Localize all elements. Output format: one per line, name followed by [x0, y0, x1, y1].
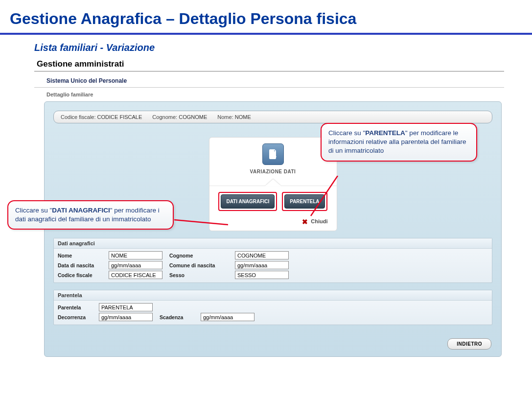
nascita-field[interactable] [109, 261, 162, 269]
parentela-field-label: Parentela [58, 305, 97, 310]
edit-document-icon [262, 143, 284, 165]
parentela-section: Parentela Parentela Decorrenza Scadenza [53, 290, 492, 325]
nome-field-label: Nome [58, 253, 107, 258]
parentela-button[interactable]: PARENTELA [284, 194, 324, 209]
title-divider [0, 33, 532, 35]
system-name: Sistema Unico del Personale [34, 75, 504, 88]
callout-anagrafici: Cliccare su "DATI ANAGRAFICI" per modifi… [7, 200, 174, 230]
highlight-box-anagrafici: DATI ANAGRAFICI [218, 192, 277, 211]
slide-title: Gestione Anagrafica – Dettaglio Persona … [0, 0, 532, 33]
dati-anagrafici-button[interactable]: DATI ANAGRAFICI [221, 194, 275, 209]
callout-right-pre: Cliccare su " [328, 129, 365, 137]
parentela-grid: Parentela Decorrenza Scadenza [54, 301, 492, 325]
callout-parentela: Cliccare su "PARENTELA" per modificare l… [321, 123, 477, 162]
indietro-button[interactable]: INDIETRO [447, 338, 491, 350]
dati-anagrafici-section: Dati anagrafici Nome Cognome Data di nas… [53, 238, 492, 283]
cognome-field-label: Cognome [169, 253, 233, 258]
app-heading: Gestione amministrati [34, 58, 504, 71]
cf-label: Codice fiscale: [61, 114, 96, 120]
variazione-modal: VARIAZIONE DATI DATI ANAGRAFICI PARENTEL… [209, 137, 337, 231]
close-icon[interactable]: ✖ [302, 218, 308, 226]
modal-title: VARIAZIONE DATI [215, 169, 331, 174]
cf-field-label: Codice fiscale [58, 272, 107, 278]
parentela-field[interactable] [99, 303, 153, 311]
comune-field[interactable] [235, 261, 289, 269]
parentela-header: Parentela [54, 290, 492, 301]
decorrenza-field-label: Decorrenza [58, 314, 97, 320]
nome-label: Nome: [217, 114, 233, 120]
sesso-field[interactable] [235, 271, 289, 279]
nome-field[interactable] [109, 251, 162, 259]
modal-close-row: ✖ Chiudi [215, 214, 331, 226]
pointer-up-icon [265, 179, 281, 186]
app-screenshot: Gestione amministrati Sistema Unico del … [34, 58, 504, 357]
breadcrumb: Dettaglio familiare [34, 88, 504, 101]
nascita-field-label: Data di nascita [58, 262, 107, 268]
cf-field[interactable] [109, 271, 162, 279]
sesso-field-label: Sesso [169, 272, 233, 278]
highlight-box-parentela: PARENTELA [282, 192, 327, 211]
dati-anagrafici-header: Dati anagrafici [54, 238, 492, 249]
decorrenza-field[interactable] [99, 313, 153, 321]
cf-value: CODICE FISCALE [97, 114, 142, 120]
scadenza-field[interactable] [201, 313, 254, 321]
identity-bar: Codice fiscale: CODICE FISCALE Cognome: … [53, 111, 492, 123]
cognome-value: COGNOME [179, 114, 207, 120]
dati-anagrafici-grid: Nome Cognome Data di nascita Comune di n… [54, 249, 492, 282]
callout-left-bold: DATI ANAGRAFICI [52, 207, 110, 214]
nome-value: NOME [235, 114, 251, 120]
modal-button-row: DATI ANAGRAFICI PARENTELA [209, 186, 337, 214]
slide-subtitle: Lista familiari - Variazione [0, 42, 532, 53]
cognome-field[interactable] [235, 251, 289, 259]
callout-right-bold: PARENTELA [365, 129, 405, 137]
cognome-label: Cognome: [152, 114, 177, 120]
scadenza-field-label: Scadenza [160, 314, 199, 320]
close-label[interactable]: Chiudi [311, 218, 327, 224]
comune-field-label: Comune di nascita [169, 262, 233, 268]
callout-left-pre: Cliccare su " [15, 207, 52, 214]
